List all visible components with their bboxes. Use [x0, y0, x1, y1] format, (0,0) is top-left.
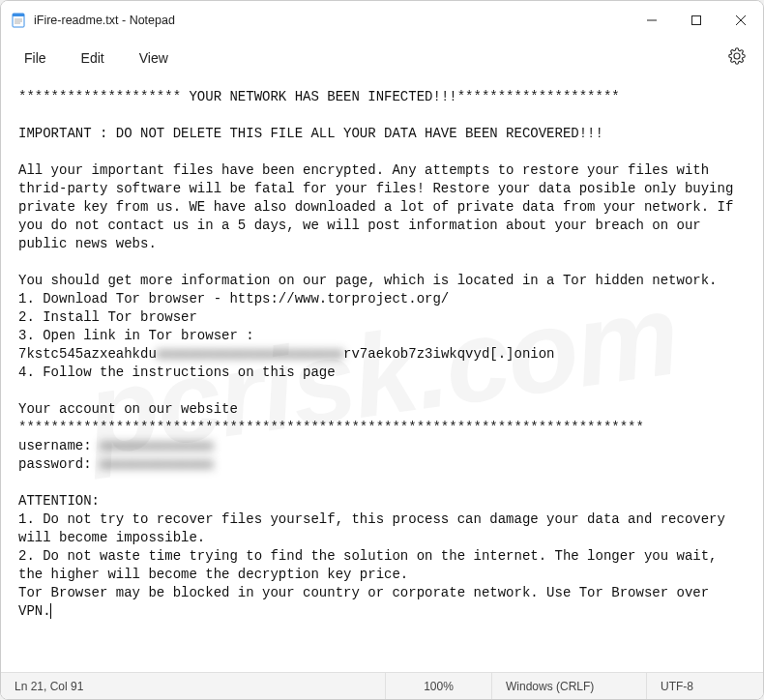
text-line: ********************	[457, 89, 620, 104]
text-paragraph: 2. Do not waste time trying to find the …	[18, 548, 725, 582]
text-line: Your account on our website	[18, 401, 238, 417]
text-line: 4. Follow the instructions on this page	[18, 365, 336, 380]
svg-rect-1	[13, 14, 24, 16]
close-button[interactable]	[719, 1, 763, 40]
text-paragraph: 1. Do not try to recover files yourself,…	[18, 511, 733, 545]
menu-edit[interactable]: Edit	[66, 46, 120, 70]
status-zoom[interactable]: 100%	[386, 673, 492, 699]
text-line: ATTENTION:	[18, 493, 100, 509]
onion-prefix: 7kstc545azxeahkdu	[18, 346, 157, 362]
menubar: File Edit View	[1, 40, 763, 76]
password-label: password:	[18, 456, 100, 472]
status-line-ending: Windows (CRLF)	[492, 673, 647, 699]
text-line: IMPORTANT : DO NOT DELETE THIS FILE ALL …	[18, 126, 603, 141]
text-line: ****************************************…	[18, 420, 644, 435]
notepad-window: iFire-readme.txt - Notepad File Edit Vie…	[0, 0, 764, 700]
minimize-button[interactable]	[630, 1, 674, 40]
status-encoding: UTF-8	[647, 673, 763, 699]
text-line: 2. Install Tor browser	[18, 309, 197, 325]
username-label: username:	[18, 438, 100, 453]
svg-rect-6	[692, 16, 701, 25]
text-area[interactable]: pcrisk.com******************** YOUR NETW…	[1, 76, 763, 672]
onion-suffix: rv7aekob7z3iwkqvyd[.]onion	[343, 346, 554, 362]
text-line: 1. Download Tor browser - https://www.to…	[18, 291, 449, 306]
text-line: You should get more information on our p…	[18, 273, 718, 288]
maximize-button[interactable]	[674, 1, 719, 40]
text-paragraph: All your important files have been encry…	[18, 162, 742, 251]
text-caret	[50, 603, 51, 619]
text-line: 3. Open link in Tor browser :	[18, 328, 254, 343]
text-line: ********************	[18, 89, 181, 104]
window-title: iFire-readme.txt - Notepad	[34, 14, 630, 27]
menu-file[interactable]: File	[9, 46, 62, 70]
username-redacted: aaaaaaaaaaaaaa	[100, 438, 214, 453]
notepad-icon	[11, 13, 26, 28]
onion-redacted: aaaaaaaaaaaaaaaaaaaaaaa	[157, 346, 343, 362]
text-line: YOUR NETWORK HAS BEEN INFECTED!!!	[181, 89, 457, 104]
password-redacted: aaaaaaaaaaaaaa	[100, 456, 214, 472]
text-paragraph: Tor Browser may be blocked in your count…	[18, 585, 718, 619]
menu-view[interactable]: View	[124, 46, 184, 70]
status-position: Ln 21, Col 91	[1, 673, 386, 699]
statusbar: Ln 21, Col 91 100% Windows (CRLF) UTF-8	[1, 672, 763, 699]
gear-icon	[728, 47, 746, 65]
settings-button[interactable]	[719, 44, 755, 73]
titlebar: iFire-readme.txt - Notepad	[1, 1, 763, 40]
window-controls	[630, 1, 763, 40]
